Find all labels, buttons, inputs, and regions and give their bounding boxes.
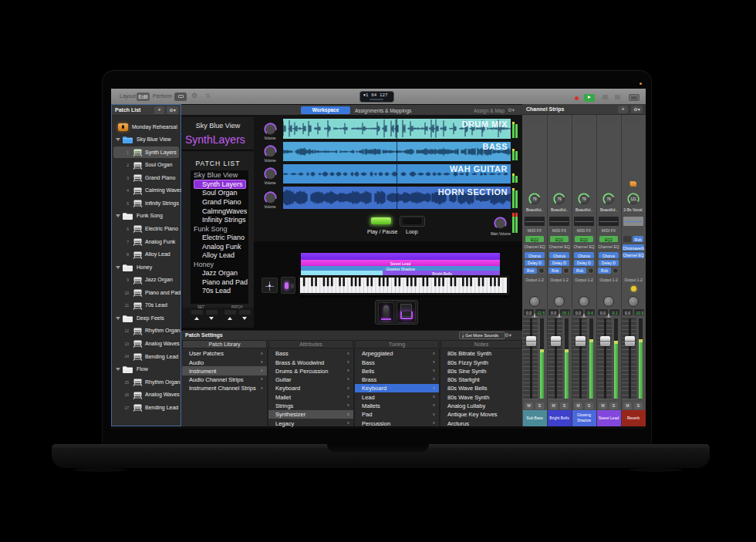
svg-text:79: 79 bbox=[606, 197, 611, 201]
svg-text:79: 79 bbox=[532, 197, 537, 201]
svg-text:121: 121 bbox=[630, 197, 636, 201]
svg-text:79: 79 bbox=[582, 197, 586, 201]
svg-text:79: 79 bbox=[557, 197, 562, 201]
